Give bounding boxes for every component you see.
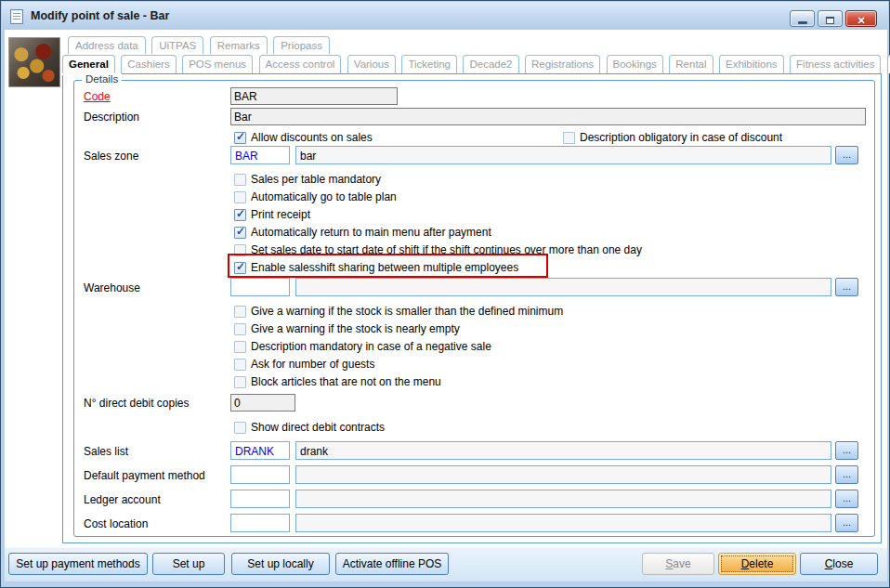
maximize-button[interactable]	[818, 10, 843, 27]
client-area: Address data UiTPAS Remarks Priopass Gen…	[5, 30, 887, 547]
tab-ticketing[interactable]: Ticketing	[401, 55, 457, 73]
main-tab-row: General Cashiers POS menus Access contro…	[62, 55, 890, 73]
checkbox-sales-date-shift-start[interactable]: Set sales date to start date of shift if…	[234, 242, 642, 257]
tab-exhibitions[interactable]: Exhibitions	[719, 55, 784, 73]
tab-remarks[interactable]: Remarks	[210, 36, 268, 54]
print-receipt-checkbox-icon[interactable]	[234, 209, 246, 221]
warehouse-description-field[interactable]	[295, 278, 831, 296]
auto-return-main-menu-checkbox-icon[interactable]	[234, 227, 246, 239]
warn-stock-below-minimum-checkbox-icon[interactable]	[234, 306, 246, 318]
checkbox-description-obligatory[interactable]: Description obligatory in case of discou…	[563, 130, 782, 145]
checkbox-sales-per-table[interactable]: Sales per table mandatory	[234, 172, 381, 187]
close-icon: ✕	[857, 15, 865, 26]
checkbox-show-direct-debit-contracts[interactable]: Show direct debit contracts	[234, 420, 385, 435]
warehouse-code-field[interactable]	[230, 278, 290, 296]
delete-button[interactable]: Delete	[718, 553, 796, 575]
dialog-window: Modify point of sale - Bar ✕ Address dat…	[0, 0, 890, 588]
maximize-icon	[826, 17, 834, 24]
footer-button-bar: Set up payment methods Set up Set up loc…	[5, 547, 887, 581]
sales-list-description-field[interactable]: drank	[295, 441, 831, 460]
ledger-account-code-field[interactable]	[230, 490, 290, 508]
sales-list-browse-button[interactable]: ...	[835, 441, 858, 460]
close-window-button[interactable]: ✕	[845, 10, 877, 27]
cost-location-code-field[interactable]	[230, 514, 290, 532]
default-payment-description-field[interactable]	[295, 465, 831, 484]
code-field[interactable]: BAR	[230, 87, 398, 105]
tab-registrations[interactable]: Registrations	[525, 55, 600, 73]
sales-list-code-field[interactable]: DRANK	[230, 441, 290, 460]
sales-zone-description-field[interactable]: bar	[295, 146, 831, 164]
titlebar: Modify point of sale - Bar ✕	[2, 2, 888, 30]
window-title: Modify point of sale - Bar	[31, 2, 169, 30]
code-link[interactable]: Code	[84, 90, 111, 103]
checkbox-allow-discounts[interactable]: Allow discounts on sales	[234, 130, 373, 145]
cost-location-label: Cost location	[84, 517, 148, 530]
setup-button[interactable]: Set up	[152, 553, 225, 575]
allow-discounts-checkbox-icon[interactable]	[234, 132, 246, 144]
tab-priopass[interactable]: Priopass	[273, 36, 330, 54]
description-obligatory-checkbox-icon[interactable]	[563, 132, 575, 144]
warn-stock-nearly-empty-checkbox-icon[interactable]	[234, 323, 246, 335]
ask-number-of-guests-checkbox-icon[interactable]	[234, 359, 246, 371]
direct-debit-copies-field[interactable]: 0	[230, 394, 295, 412]
close-button[interactable]: Close	[800, 553, 878, 575]
details-groupbox: Details Code BAR Description Bar Allow d…	[73, 80, 875, 537]
minimize-button[interactable]	[790, 10, 815, 27]
tab-bookings[interactable]: Bookings	[607, 55, 663, 73]
ledger-account-description-field[interactable]	[295, 490, 831, 508]
checkbox-warn-stock-below-minimum[interactable]: Give a warning if the stock is smaller t…	[234, 304, 563, 319]
tab-pos-menus[interactable]: POS menus	[182, 55, 253, 73]
auto-table-plan-checkbox-icon[interactable]	[234, 191, 246, 203]
checkbox-auto-table-plan[interactable]: Automatically go to table plan	[234, 189, 397, 204]
save-button[interactable]: Save	[642, 553, 714, 575]
sales-date-shift-start-checkbox-icon[interactable]	[234, 244, 246, 256]
sales-list-label: Sales list	[84, 445, 128, 458]
tab-cashiers[interactable]: Cashiers	[121, 55, 176, 73]
default-payment-method-label: Default payment method	[84, 469, 205, 482]
window-document-icon	[10, 9, 23, 24]
pos-photo-thumbnail	[8, 37, 60, 87]
tab-fitness-activities[interactable]: Fitness activities	[790, 55, 881, 73]
block-articles-not-on-menu-checkbox-icon[interactable]	[234, 376, 246, 388]
enable-salesshift-sharing-checkbox-icon[interactable]	[234, 262, 246, 274]
warehouse-label: Warehouse	[84, 281, 140, 294]
tab-decade2[interactable]: Decade2	[463, 55, 518, 73]
general-tab-page: Details Code BAR Description Bar Allow d…	[62, 73, 882, 543]
checkbox-auto-return-main-menu[interactable]: Automatically return to main menu after …	[234, 225, 491, 240]
checkbox-block-articles-not-on-menu[interactable]: Block articles that are not on the menu	[234, 374, 441, 389]
checkbox-warn-stock-nearly-empty[interactable]: Give a warning if the stock is nearly em…	[234, 321, 460, 336]
show-direct-debit-contracts-checkbox-icon[interactable]	[234, 422, 246, 434]
tab-uitpas[interactable]: UiTPAS	[151, 36, 203, 54]
direct-debit-copies-label: N° direct debit copies	[84, 397, 190, 410]
tab-access-control[interactable]: Access control	[259, 55, 342, 73]
checkbox-description-negative-sale[interactable]: Description mandatory in case of a negat…	[234, 339, 491, 354]
ledger-account-label: Ledger account	[84, 493, 161, 506]
details-legend: Details	[82, 73, 122, 85]
tab-general[interactable]: General	[62, 55, 115, 73]
sales-zone-label: Sales zone	[84, 150, 138, 163]
warehouse-browse-button[interactable]: ...	[835, 278, 858, 296]
description-label: Description	[84, 111, 139, 124]
minimize-icon	[798, 21, 807, 24]
tab-address-data[interactable]: Address data	[68, 36, 146, 54]
default-payment-browse-button[interactable]: ...	[835, 465, 858, 484]
activate-offline-pos-button[interactable]: Activate offline POS	[335, 553, 449, 575]
checkbox-ask-number-of-guests[interactable]: Ask for number of guests	[234, 357, 374, 372]
setup-locally-button[interactable]: Set up locally	[231, 553, 330, 575]
secondary-tab-row: Address data UiTPAS Remarks Priopass	[68, 36, 332, 54]
checkbox-print-receipt[interactable]: Print receipt	[234, 207, 310, 222]
tab-rental[interactable]: Rental	[669, 55, 713, 73]
description-negative-sale-checkbox-icon[interactable]	[234, 341, 246, 353]
setup-payment-methods-button[interactable]: Set up payment methods	[8, 553, 148, 575]
tab-various[interactable]: Various	[347, 55, 396, 73]
cost-location-description-field[interactable]	[295, 514, 831, 532]
sales-zone-browse-button[interactable]: ...	[835, 146, 858, 164]
ledger-account-browse-button[interactable]: ...	[835, 490, 858, 508]
default-payment-code-field[interactable]	[230, 465, 290, 484]
sales-per-table-checkbox-icon[interactable]	[234, 174, 246, 186]
sales-zone-code-field[interactable]: BAR	[230, 146, 290, 164]
cost-location-browse-button[interactable]: ...	[835, 514, 858, 532]
checkbox-enable-salesshift-sharing[interactable]: Enable salesshift sharing between multip…	[234, 260, 518, 275]
description-field[interactable]: Bar	[230, 108, 866, 125]
